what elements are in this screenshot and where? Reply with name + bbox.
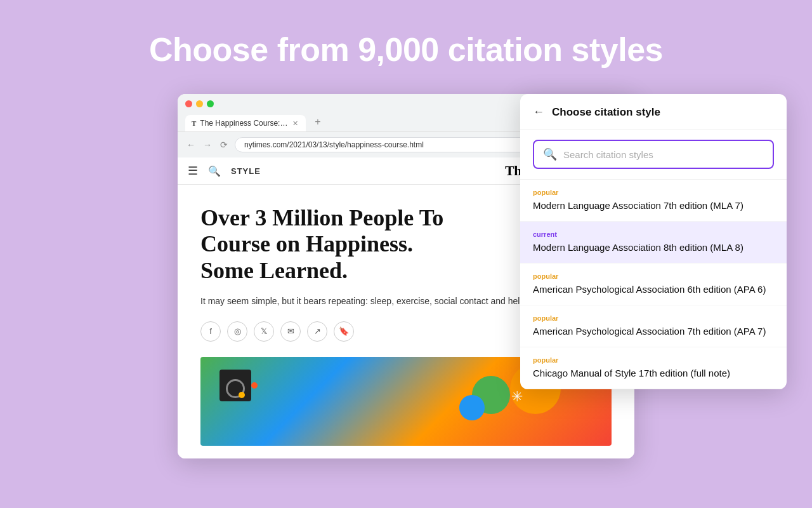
forward-button[interactable]: →: [202, 140, 213, 150]
citation-item-mla7[interactable]: popular Modern Language Association 7th …: [520, 180, 787, 222]
citation-name: American Psychological Association 7th e…: [533, 324, 774, 338]
citation-item-mla8[interactable]: current Modern Language Association 8th …: [520, 222, 787, 264]
citation-header: ← Choose citation style: [520, 94, 787, 130]
citation-list: popular Modern Language Association 7th …: [520, 180, 787, 389]
search-icon: 🔍: [543, 147, 557, 161]
reload-button[interactable]: ⟳: [218, 140, 230, 150]
citation-name: Modern Language Association 7th edition …: [533, 199, 774, 212]
share-facebook[interactable]: f: [200, 321, 221, 342]
menu-icon[interactable]: ☰: [188, 164, 198, 178]
share-whatsapp[interactable]: ◎: [227, 321, 247, 342]
search-icon[interactable]: 🔍: [208, 165, 221, 177]
search-placeholder: Search citation styles: [563, 149, 653, 160]
bookmark-icon[interactable]: 🔖: [334, 321, 354, 342]
share-email[interactable]: ✉: [280, 321, 301, 342]
dot-green[interactable]: [207, 100, 214, 107]
tab-label: The Happiness Course: Here W: [200, 119, 289, 128]
dot-red[interactable]: [185, 100, 192, 107]
citation-item-chicago[interactable]: popular Chicago Manual of Style 17th edi…: [520, 347, 787, 389]
citation-badge-popular: popular: [533, 189, 774, 196]
content-area: T The Happiness Course: Here W ✕ + ← → ⟳…: [0, 94, 812, 458]
citation-panel: ← Choose citation style 🔍 Search citatio…: [520, 94, 787, 389]
citation-back-button[interactable]: ←: [533, 105, 544, 119]
style-label: STYLE: [231, 166, 261, 176]
citation-search-area: 🔍 Search citation styles: [520, 130, 787, 180]
search-box[interactable]: 🔍 Search citation styles: [533, 140, 774, 169]
new-tab-button[interactable]: +: [308, 112, 327, 131]
citation-name: Chicago Manual of Style 17th edition (fu…: [533, 366, 774, 380]
citation-badge-current: current: [533, 231, 774, 238]
share-twitter[interactable]: 𝕏: [254, 321, 274, 342]
citation-name: American Psychological Association 6th e…: [533, 283, 774, 296]
browser-tab[interactable]: T The Happiness Course: Here W ✕: [185, 115, 306, 131]
citation-panel-title: Choose citation style: [552, 106, 660, 119]
citation-badge-popular: popular: [533, 272, 774, 280]
citation-name: Modern Language Association 8th edition …: [533, 241, 774, 254]
citation-badge-popular: popular: [533, 356, 774, 364]
citation-badge-popular: popular: [533, 314, 774, 322]
hero-title: Choose from 9,000 citation styles: [0, 0, 812, 94]
tab-close-icon[interactable]: ✕: [292, 119, 298, 128]
dot-yellow[interactable]: [196, 100, 203, 107]
citation-item-apa7[interactable]: popular American Psychological Associati…: [520, 305, 787, 347]
citation-item-apa6[interactable]: popular American Psychological Associati…: [520, 264, 787, 305]
back-button[interactable]: ←: [185, 140, 197, 150]
share-link[interactable]: ↗: [307, 321, 327, 342]
tab-favicon: T: [192, 119, 196, 127]
